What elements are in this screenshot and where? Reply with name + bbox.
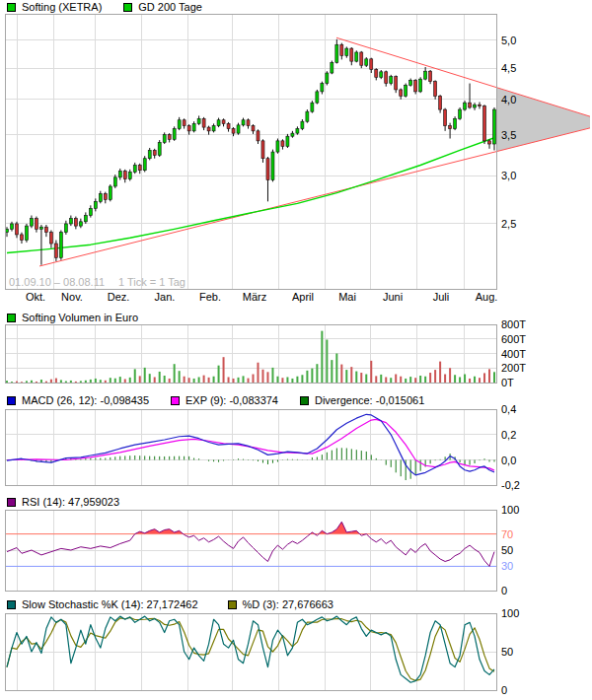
series-line (7, 414, 494, 475)
candle-body (493, 109, 496, 144)
candle-body (118, 172, 121, 177)
candle-body (326, 73, 329, 84)
candle-body (301, 121, 304, 128)
y-axis-label: 0 (501, 585, 507, 596)
panel-border (5, 14, 496, 289)
volume-bar (179, 371, 181, 383)
candle-body (69, 219, 72, 224)
candle-body (202, 118, 205, 127)
candle-body (74, 219, 77, 226)
candle-body (276, 141, 279, 152)
candle-body (237, 125, 240, 133)
month-label: Mai (338, 291, 356, 303)
chart-canvas: 5,04,54,03,53,02,501.09.10 – 08.08.111 T… (0, 0, 592, 700)
candle-body (163, 135, 166, 143)
volume-bar (380, 375, 382, 383)
candle-body (331, 62, 333, 73)
y-axis-label: 30 (501, 560, 513, 572)
volume-bar (390, 378, 392, 383)
volume-bar (439, 362, 441, 383)
candle-body (25, 226, 28, 240)
candle-body (469, 103, 472, 107)
volume-bar (326, 339, 328, 383)
candle-body (197, 118, 200, 123)
series-line (7, 419, 494, 470)
month-label: Aug. (476, 291, 498, 303)
candle-body (291, 133, 294, 136)
candle-body (390, 77, 393, 84)
candle-body (207, 127, 210, 131)
candle-body (247, 120, 250, 126)
y-axis-label: 200T (501, 362, 526, 374)
candle-body (217, 120, 220, 126)
candle-body (355, 52, 358, 61)
tick-note-label: 1 Tick = 1 Tag (118, 276, 185, 288)
candle-body (6, 229, 9, 232)
volume-bar (350, 367, 352, 383)
candle-body (113, 177, 116, 186)
volume-bar (385, 377, 387, 383)
volume-bar (360, 373, 362, 383)
candle-body (39, 227, 42, 229)
candle-body (360, 52, 363, 65)
volume-bar (449, 368, 451, 383)
volume-bar (345, 370, 347, 383)
volume-bar (469, 379, 471, 383)
volume-bar (419, 376, 421, 383)
volume-bar (228, 377, 230, 383)
y-axis-label: 0T (501, 377, 514, 388)
candle-body (281, 141, 284, 147)
series-line (7, 522, 494, 566)
candle-body (138, 166, 141, 171)
month-label: Juli (433, 291, 450, 303)
candle-body (44, 227, 47, 232)
candle-body (123, 172, 126, 179)
volume-bar (169, 379, 171, 383)
volume-bar (286, 377, 288, 383)
y-axis-label: 4,5 (501, 62, 516, 74)
volume-bar (261, 370, 263, 383)
candle-body (94, 201, 97, 208)
month-label: Jan. (155, 291, 176, 303)
candle-body (474, 105, 477, 107)
volume-bar (248, 379, 250, 383)
candle-body (271, 152, 274, 179)
y-axis-label: 5,0 (501, 35, 516, 46)
candle-body (370, 59, 373, 70)
candle-body (30, 219, 33, 226)
volume-bar (296, 377, 298, 383)
candle-body (311, 103, 314, 111)
month-label: März (243, 291, 266, 303)
volume-bar (110, 378, 111, 383)
candle-body (488, 141, 491, 144)
candle-body (59, 233, 62, 258)
month-label: Okt. (26, 291, 45, 303)
volume-bar (340, 365, 342, 383)
volume-bar (479, 378, 481, 383)
month-label: April (292, 291, 314, 303)
y-axis-label: 0,4 (501, 403, 516, 415)
volume-bar (400, 377, 402, 383)
y-axis-label: 100 (501, 504, 519, 516)
y-axis-label: 0,2 (501, 429, 516, 441)
candle-body (10, 224, 13, 229)
candle-body (296, 129, 299, 134)
y-axis-label: 0 (501, 684, 507, 696)
candle-body (109, 186, 111, 199)
candle-body (64, 224, 67, 233)
candle-body (99, 194, 102, 202)
candle-body (385, 72, 388, 84)
y-axis-label: 70 (501, 528, 513, 540)
candle-body (429, 71, 432, 81)
y-axis-label: 600T (501, 333, 526, 345)
volume-bar (276, 377, 278, 383)
volume-bar (365, 375, 367, 383)
candle-body (153, 150, 156, 155)
y-axis-label: 400T (501, 348, 526, 360)
volume-bar (198, 377, 200, 383)
y-axis-label: 800T (501, 318, 526, 330)
candle-body (380, 72, 383, 77)
volume-bar (144, 368, 146, 383)
candle-body (266, 159, 269, 180)
candle-body (365, 59, 368, 65)
